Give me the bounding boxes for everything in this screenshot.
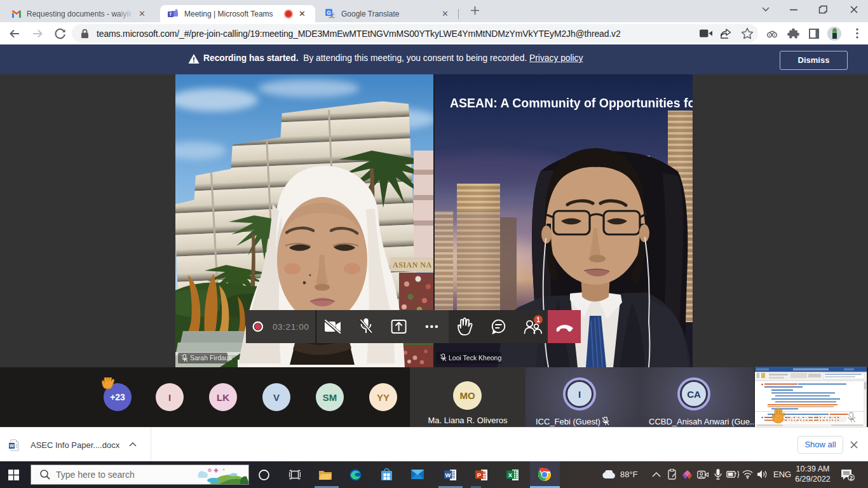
svg-text:03:21:00: 03:21:00 bbox=[273, 322, 309, 332]
svg-text:Sarah Firdaus: Sarah Firdaus bbox=[783, 413, 846, 424]
svg-text:1: 1 bbox=[536, 316, 540, 323]
svg-text:W: W bbox=[10, 443, 15, 449]
svg-text:P: P bbox=[477, 471, 482, 478]
svg-text:ASIAN NA: ASIAN NA bbox=[393, 261, 432, 269]
svg-text:ASEAN: A Community of Opportun: ASEAN: A Community of Opportunities for … bbox=[450, 96, 693, 110]
svg-text:G: G bbox=[327, 9, 331, 15]
svg-text:2: 2 bbox=[850, 475, 853, 481]
svg-text:Sarah Firdaus: Sarah Firdaus bbox=[190, 354, 232, 362]
svg-text:Looi Teck Kheong: Looi Teck Kheong bbox=[449, 354, 501, 362]
svg-text:W: W bbox=[445, 471, 451, 478]
svg-text:X: X bbox=[508, 471, 513, 478]
svg-text:T: T bbox=[169, 12, 172, 17]
